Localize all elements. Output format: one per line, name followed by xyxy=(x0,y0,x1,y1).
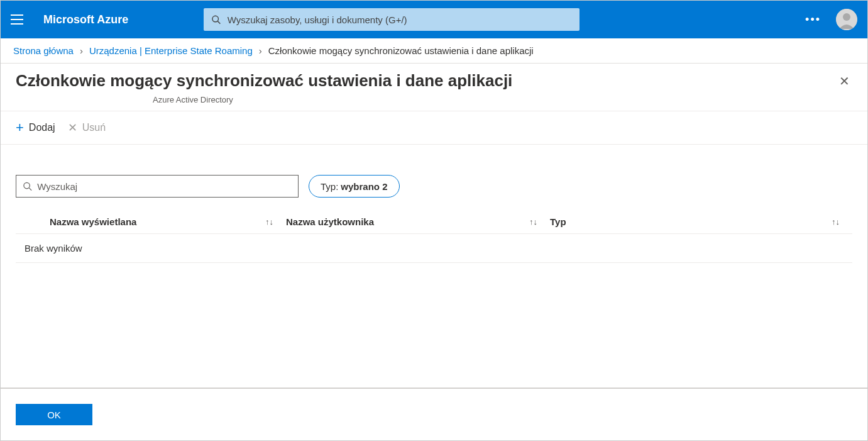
close-icon[interactable]: ✕ xyxy=(837,71,852,91)
sort-icon: ↑↓ xyxy=(832,217,840,226)
content-area: Typ: wybrano 2 Nazwa wyświetlana ↑↓ Nazw… xyxy=(1,145,867,263)
col-username-label: Nazwa użytkownika xyxy=(286,216,374,227)
toolbar: + Dodaj ✕ Usuń xyxy=(1,111,867,145)
table-header: Nazwa wyświetlana ↑↓ Nazwa użytkownika ↑… xyxy=(16,210,852,234)
sort-icon: ↑↓ xyxy=(529,217,537,226)
add-button-label: Dodaj xyxy=(29,122,55,133)
type-filter-value: wybrano 2 xyxy=(341,181,387,192)
brand-label: Microsoft Azure xyxy=(43,13,128,26)
type-filter-prefix: Typ: xyxy=(321,181,338,192)
page-subtitle: Azure Active Directory xyxy=(1,95,867,104)
search-icon xyxy=(211,14,221,25)
breadcrumb-current: Członkowie mogący synchronizować ustawie… xyxy=(268,45,534,56)
more-menu-icon[interactable]: ••• xyxy=(805,13,821,26)
search-input[interactable] xyxy=(37,181,292,192)
svg-point-4 xyxy=(24,182,30,188)
avatar[interactable] xyxy=(836,9,857,30)
global-search[interactable] xyxy=(204,8,580,31)
col-display-name[interactable]: Nazwa wyświetlana ↑↓ xyxy=(16,216,286,227)
add-button[interactable]: + Dodaj xyxy=(16,120,55,136)
page-title: Członkowie mogący synchronizować ustawie… xyxy=(16,71,512,91)
svg-line-1 xyxy=(218,21,221,24)
top-header: Microsoft Azure ••• xyxy=(1,1,867,38)
svg-line-5 xyxy=(29,188,31,191)
no-results-row: Brak wyników xyxy=(16,234,852,263)
search-field[interactable] xyxy=(16,175,299,198)
plus-icon: + xyxy=(16,120,24,136)
sort-icon: ↑↓ xyxy=(265,217,273,226)
hamburger-menu-icon[interactable] xyxy=(11,11,28,28)
svg-point-0 xyxy=(212,16,219,22)
breadcrumb: Strona główna › Urządzenia | Enterprise … xyxy=(1,38,867,64)
x-icon: ✕ xyxy=(68,121,77,135)
global-search-input[interactable] xyxy=(228,14,573,25)
ok-button[interactable]: OK xyxy=(16,404,92,425)
footer: OK xyxy=(1,388,867,440)
search-icon xyxy=(23,181,32,191)
col-display-name-label: Nazwa wyświetlana xyxy=(50,216,136,227)
breadcrumb-home[interactable]: Strona główna xyxy=(13,45,74,56)
col-type[interactable]: Typ ↑↓ xyxy=(550,216,852,227)
chevron-right-icon: › xyxy=(80,45,83,56)
col-username[interactable]: Nazwa użytkownika ↑↓ xyxy=(286,216,550,227)
remove-button[interactable]: ✕ Usuń xyxy=(68,121,106,135)
col-type-label: Typ xyxy=(550,216,566,227)
type-filter-pill[interactable]: Typ: wybrano 2 xyxy=(309,175,400,198)
svg-point-3 xyxy=(843,13,850,21)
chevron-right-icon: › xyxy=(259,45,262,56)
remove-button-label: Usuń xyxy=(82,122,106,133)
breadcrumb-devices[interactable]: Urządzenia | Enterprise State Roaming xyxy=(89,45,253,56)
